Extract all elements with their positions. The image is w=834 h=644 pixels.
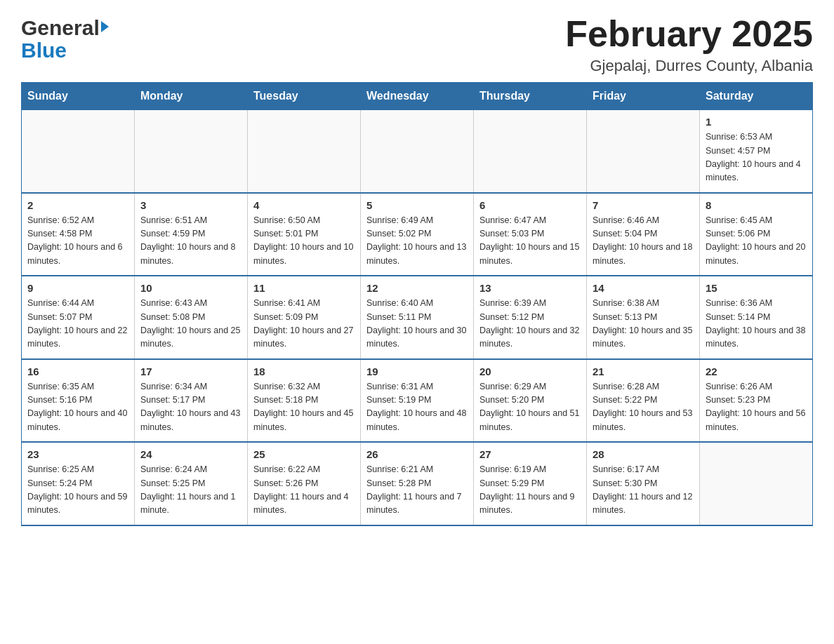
- day-number: 6: [479, 199, 581, 211]
- day-info: Sunrise: 6:53 AMSunset: 4:57 PMDaylight:…: [706, 130, 807, 185]
- calendar-table: SundayMondayTuesdayWednesdayThursdayFrid…: [21, 82, 813, 526]
- day-info: Sunrise: 6:17 AMSunset: 5:30 PMDaylight:…: [593, 463, 694, 518]
- day-info: Sunrise: 6:34 AMSunset: 5:17 PMDaylight:…: [140, 380, 241, 435]
- day-number: 11: [253, 282, 355, 294]
- day-number: 27: [479, 448, 581, 460]
- calendar-cell: 17Sunrise: 6:34 AMSunset: 5:17 PMDayligh…: [135, 359, 248, 443]
- day-info: Sunrise: 6:45 AMSunset: 5:06 PMDaylight:…: [706, 214, 807, 269]
- day-number: 14: [593, 282, 694, 294]
- calendar-header: SundayMondayTuesdayWednesdayThursdayFrid…: [22, 83, 813, 110]
- day-info: Sunrise: 6:24 AMSunset: 5:25 PMDaylight:…: [140, 463, 241, 518]
- day-number: 23: [27, 448, 128, 460]
- day-info: Sunrise: 6:22 AMSunset: 5:26 PMDaylight:…: [253, 463, 355, 518]
- day-number: 3: [140, 199, 241, 211]
- day-info: Sunrise: 6:52 AMSunset: 4:58 PMDaylight:…: [27, 214, 128, 269]
- calendar-cell: 1Sunrise: 6:53 AMSunset: 4:57 PMDaylight…: [700, 110, 813, 193]
- calendar-cell: 5Sunrise: 6:49 AMSunset: 5:02 PMDaylight…: [361, 193, 474, 276]
- calendar-cell: 19Sunrise: 6:31 AMSunset: 5:19 PMDayligh…: [361, 359, 474, 443]
- logo: General Blue: [21, 18, 109, 62]
- day-info: Sunrise: 6:40 AMSunset: 5:11 PMDaylight:…: [366, 297, 468, 351]
- calendar-cell: 12Sunrise: 6:40 AMSunset: 5:11 PMDayligh…: [361, 276, 474, 359]
- day-info: Sunrise: 6:43 AMSunset: 5:08 PMDaylight:…: [140, 297, 241, 351]
- day-info: Sunrise: 6:29 AMSunset: 5:20 PMDaylight:…: [479, 380, 581, 435]
- day-info: Sunrise: 6:50 AMSunset: 5:01 PMDaylight:…: [253, 214, 355, 269]
- day-header-monday: Monday: [135, 83, 248, 110]
- calendar-cell: 2Sunrise: 6:52 AMSunset: 4:58 PMDaylight…: [22, 193, 135, 276]
- title-section: February 2025 Gjepalaj, Durres County, A…: [565, 14, 813, 75]
- day-number: 10: [140, 282, 241, 294]
- calendar-subtitle: Gjepalaj, Durres County, Albania: [565, 57, 813, 75]
- day-number: 26: [366, 448, 468, 460]
- day-number: 28: [593, 448, 694, 460]
- calendar-week-4: 16Sunrise: 6:35 AMSunset: 5:16 PMDayligh…: [22, 359, 813, 443]
- calendar-cell: [361, 110, 474, 193]
- calendar-cell: [700, 442, 813, 525]
- calendar-cell: 23Sunrise: 6:25 AMSunset: 5:24 PMDayligh…: [22, 442, 135, 525]
- calendar-cell: [474, 110, 587, 193]
- day-number: 12: [366, 282, 468, 294]
- calendar-cell: 3Sunrise: 6:51 AMSunset: 4:59 PMDaylight…: [135, 193, 248, 276]
- calendar-cell: [22, 110, 135, 193]
- day-number: 20: [479, 365, 581, 377]
- calendar-cell: 24Sunrise: 6:24 AMSunset: 5:25 PMDayligh…: [135, 442, 248, 525]
- page-header: General Blue February 2025 Gjepalaj, Dur…: [21, 14, 813, 75]
- calendar-cell: 20Sunrise: 6:29 AMSunset: 5:20 PMDayligh…: [474, 359, 587, 443]
- calendar-title: February 2025: [565, 14, 813, 54]
- day-number: 1: [706, 116, 807, 128]
- day-headers-row: SundayMondayTuesdayWednesdayThursdayFrid…: [22, 83, 813, 110]
- day-info: Sunrise: 6:51 AMSunset: 4:59 PMDaylight:…: [140, 214, 241, 269]
- calendar-cell: 16Sunrise: 6:35 AMSunset: 5:16 PMDayligh…: [22, 359, 135, 443]
- calendar-cell: 7Sunrise: 6:46 AMSunset: 5:04 PMDaylight…: [587, 193, 700, 276]
- calendar-week-1: 1Sunrise: 6:53 AMSunset: 4:57 PMDaylight…: [22, 110, 813, 193]
- day-number: 22: [706, 365, 807, 377]
- day-info: Sunrise: 6:44 AMSunset: 5:07 PMDaylight:…: [27, 297, 128, 351]
- logo-triangle-icon: [101, 21, 109, 32]
- calendar-cell: 8Sunrise: 6:45 AMSunset: 5:06 PMDaylight…: [700, 193, 813, 276]
- day-info: Sunrise: 6:47 AMSunset: 5:03 PMDaylight:…: [479, 214, 581, 269]
- day-header-sunday: Sunday: [22, 83, 135, 110]
- calendar-cell: [135, 110, 248, 193]
- calendar-cell: 10Sunrise: 6:43 AMSunset: 5:08 PMDayligh…: [135, 276, 248, 359]
- logo-blue-text: Blue: [21, 39, 67, 62]
- day-info: Sunrise: 6:19 AMSunset: 5:29 PMDaylight:…: [479, 463, 581, 518]
- day-info: Sunrise: 6:21 AMSunset: 5:28 PMDaylight:…: [366, 463, 468, 518]
- calendar-cell: 28Sunrise: 6:17 AMSunset: 5:30 PMDayligh…: [587, 442, 700, 525]
- day-info: Sunrise: 6:41 AMSunset: 5:09 PMDaylight:…: [253, 297, 355, 351]
- calendar-cell: 18Sunrise: 6:32 AMSunset: 5:18 PMDayligh…: [248, 359, 361, 443]
- day-info: Sunrise: 6:35 AMSunset: 5:16 PMDaylight:…: [27, 380, 128, 435]
- day-number: 17: [140, 365, 241, 377]
- day-number: 13: [479, 282, 581, 294]
- day-header-friday: Friday: [587, 83, 700, 110]
- day-info: Sunrise: 6:31 AMSunset: 5:19 PMDaylight:…: [366, 380, 468, 435]
- day-number: 7: [593, 199, 694, 211]
- day-number: 9: [27, 282, 128, 294]
- calendar-cell: 4Sunrise: 6:50 AMSunset: 5:01 PMDaylight…: [248, 193, 361, 276]
- day-info: Sunrise: 6:46 AMSunset: 5:04 PMDaylight:…: [593, 214, 694, 269]
- day-header-thursday: Thursday: [474, 83, 587, 110]
- day-number: 16: [27, 365, 128, 377]
- calendar-cell: 11Sunrise: 6:41 AMSunset: 5:09 PMDayligh…: [248, 276, 361, 359]
- day-number: 21: [593, 365, 694, 377]
- calendar-cell: [248, 110, 361, 193]
- day-info: Sunrise: 6:25 AMSunset: 5:24 PMDaylight:…: [27, 463, 128, 518]
- calendar-week-3: 9Sunrise: 6:44 AMSunset: 5:07 PMDaylight…: [22, 276, 813, 359]
- calendar-week-5: 23Sunrise: 6:25 AMSunset: 5:24 PMDayligh…: [22, 442, 813, 525]
- calendar-week-2: 2Sunrise: 6:52 AMSunset: 4:58 PMDaylight…: [22, 193, 813, 276]
- calendar-cell: 9Sunrise: 6:44 AMSunset: 5:07 PMDaylight…: [22, 276, 135, 359]
- calendar-cell: 27Sunrise: 6:19 AMSunset: 5:29 PMDayligh…: [474, 442, 587, 525]
- day-info: Sunrise: 6:36 AMSunset: 5:14 PMDaylight:…: [706, 297, 807, 351]
- calendar-cell: 6Sunrise: 6:47 AMSunset: 5:03 PMDaylight…: [474, 193, 587, 276]
- day-number: 4: [253, 199, 355, 211]
- calendar-cell: 22Sunrise: 6:26 AMSunset: 5:23 PMDayligh…: [700, 359, 813, 443]
- calendar-cell: 21Sunrise: 6:28 AMSunset: 5:22 PMDayligh…: [587, 359, 700, 443]
- logo-general-text: General: [21, 18, 100, 39]
- calendar-cell: 25Sunrise: 6:22 AMSunset: 5:26 PMDayligh…: [248, 442, 361, 525]
- day-number: 18: [253, 365, 355, 377]
- calendar-cell: 26Sunrise: 6:21 AMSunset: 5:28 PMDayligh…: [361, 442, 474, 525]
- calendar-cell: 15Sunrise: 6:36 AMSunset: 5:14 PMDayligh…: [700, 276, 813, 359]
- day-info: Sunrise: 6:28 AMSunset: 5:22 PMDaylight:…: [593, 380, 694, 435]
- day-number: 15: [706, 282, 807, 294]
- day-info: Sunrise: 6:26 AMSunset: 5:23 PMDaylight:…: [706, 380, 807, 435]
- calendar-cell: [587, 110, 700, 193]
- calendar-cell: 13Sunrise: 6:39 AMSunset: 5:12 PMDayligh…: [474, 276, 587, 359]
